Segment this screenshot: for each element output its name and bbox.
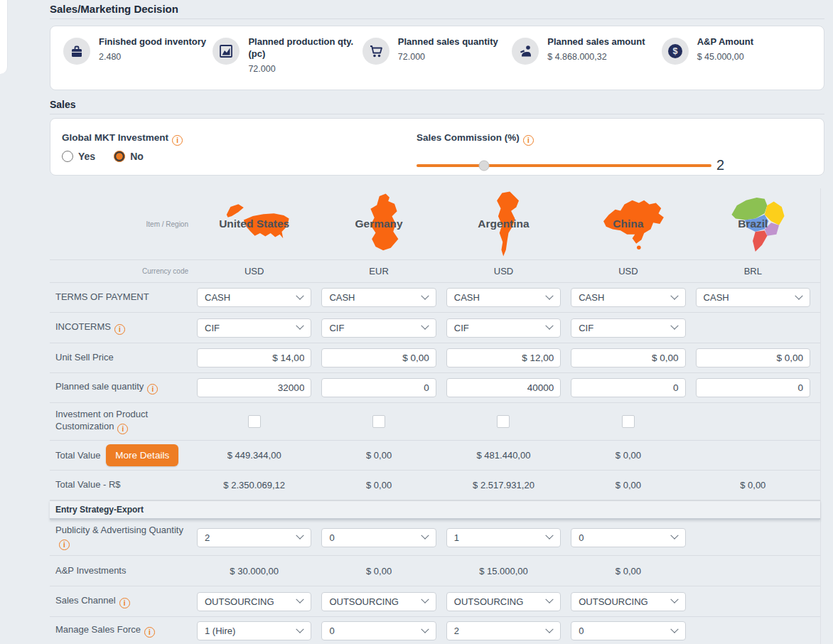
total-value-rs-de: $ 0,00 <box>321 480 436 490</box>
kpi-planned-sales-quantity: Planned sales quantity 72.000 <box>362 36 512 90</box>
more-details-button[interactable]: More Details <box>106 444 178 466</box>
global-mkt-yes-radio[interactable] <box>62 151 73 162</box>
total-value-row: Total Value More Details $ 449.344,00 $ … <box>50 441 820 471</box>
publicity-quantity-row: Publicity & Advertising Quantity 2 0 1 0 <box>50 520 820 556</box>
info-icon[interactable] <box>59 540 70 550</box>
currency-code-row: Currency code USD EUR USD USD BRL <box>50 260 820 283</box>
customization-checkbox-ar[interactable] <box>497 415 510 428</box>
currency-cn: USD <box>571 266 685 277</box>
slider-thumb[interactable] <box>479 160 490 171</box>
row-label-terms-of-payment: TERMS OF PAYMENT <box>55 291 149 302</box>
sales-channel-select-us[interactable]: OUTSOURCING <box>197 592 311 611</box>
ap-investments-us: $ 30.000,00 <box>197 566 311 576</box>
entry-strategy-header: Entry Strategy-Export <box>50 500 820 520</box>
sales-channel-select-cn[interactable]: OUTSOURCING <box>571 592 685 611</box>
publicity-qty-select-de[interactable]: 0 <box>321 528 436 547</box>
sales-channel-select-de[interactable]: OUTSOURCING <box>321 592 436 611</box>
row-label-unit-sell-price: Unit Sell Price <box>55 352 114 363</box>
kpi-summary-card: Finished good inventory 2.480 Planned pr… <box>50 26 824 90</box>
ap-investments-de: $ 0,00 <box>321 566 436 576</box>
customization-checkbox-cn[interactable] <box>622 415 635 428</box>
ap-investments-ar: $ 15.000,00 <box>446 566 561 576</box>
incoterms-select-de[interactable]: CIF <box>321 318 436 338</box>
info-icon[interactable] <box>172 135 183 146</box>
publicity-qty-select-cn[interactable]: 0 <box>571 528 685 547</box>
terms-select-ar[interactable]: CASH <box>446 288 561 307</box>
kpi-label: Planned sales amount <box>547 36 645 48</box>
page-title: Sales/Marketing Decision <box>50 0 824 19</box>
unit-price-input-us[interactable] <box>197 348 311 367</box>
total-value-cn: $ 0,00 <box>571 450 685 461</box>
unit-price-input-br[interactable] <box>696 348 810 367</box>
incoterms-select-us[interactable]: CIF <box>197 318 311 338</box>
sales-decision-card: Global MKT Investment Yes No Sales Commi… <box>50 118 824 176</box>
global-mkt-no-radio[interactable] <box>114 151 125 162</box>
terms-select-cn[interactable]: CASH <box>571 288 685 307</box>
total-value-de: $ 0,00 <box>321 450 436 461</box>
terms-select-us[interactable]: CASH <box>197 288 311 307</box>
sales-channel-select-ar[interactable]: OUTSOURCING <box>446 592 561 611</box>
info-icon[interactable] <box>114 324 125 335</box>
kpi-value: $ 4.868.000,32 <box>547 52 645 62</box>
row-label-publicity-qty: Publicity & Advertising Quantity <box>55 525 183 535</box>
unit-price-input-cn[interactable] <box>571 348 685 367</box>
planned-qty-input-us[interactable] <box>197 378 311 397</box>
terms-select-br[interactable]: CASH <box>696 288 810 307</box>
sales-force-select-cn[interactable]: 0 <box>571 621 685 640</box>
product-customization-row: Investment on Product Customization <box>50 403 820 441</box>
svg-text:$: $ <box>672 46 677 56</box>
row-label-total-value: Total Value <box>55 450 100 461</box>
kpi-value: $ 45.000,00 <box>697 52 753 62</box>
info-icon[interactable] <box>523 135 534 146</box>
info-icon[interactable] <box>147 384 158 395</box>
currency-us: USD <box>197 266 311 277</box>
info-icon[interactable] <box>144 627 155 638</box>
radio-label: Yes <box>78 151 95 162</box>
planned-qty-input-br[interactable] <box>696 378 810 397</box>
region-brazil: Brazil <box>696 188 820 259</box>
global-mkt-no-option[interactable]: No <box>114 151 144 162</box>
planned-qty-input-cn[interactable] <box>571 378 685 397</box>
sales-commission-field: Sales Commission (%) 2 <box>416 131 815 173</box>
sales-force-select-de[interactable]: 0 <box>321 621 436 640</box>
ap-investments-cn: $ 0,00 <box>571 566 685 576</box>
radio-label: No <box>130 151 144 162</box>
info-icon[interactable] <box>119 598 130 608</box>
incoterms-row: INCOTERMS CIF CIF CIF CIF <box>50 313 820 343</box>
row-label-sales-channel: Sales Channel <box>55 595 116 606</box>
planned-sale-quantity-row: Planned sale quantity <box>50 373 820 403</box>
incoterms-select-ar[interactable]: CIF <box>446 318 561 338</box>
customization-checkbox-us[interactable] <box>248 415 261 428</box>
info-icon[interactable] <box>117 424 128 434</box>
sales-force-select-ar[interactable]: 2 <box>446 621 561 640</box>
sales-commission-value: 2 <box>716 157 724 173</box>
brazil-map <box>726 190 789 257</box>
sales-person-icon <box>512 38 539 65</box>
kpi-value: 2.480 <box>99 52 206 62</box>
row-label-incoterms: INCOTERMS <box>55 321 111 332</box>
unit-sell-price-row: Unit Sell Price <box>50 343 820 373</box>
cart-icon <box>362 38 389 65</box>
terms-select-de[interactable]: CASH <box>321 288 436 307</box>
region-decision-table: Item / Region United States Germany Arge… <box>50 188 821 644</box>
manage-sales-force-row: Manage Sales Force 1 (Hire) 0 2 0 <box>50 617 820 644</box>
publicity-qty-select-us[interactable]: 2 <box>197 528 311 547</box>
customization-checkbox-de[interactable] <box>372 415 385 428</box>
planned-qty-input-de[interactable] <box>321 378 436 397</box>
publicity-qty-select-ar[interactable]: 1 <box>446 528 561 547</box>
incoterms-select-cn[interactable]: CIF <box>571 318 685 338</box>
unit-price-input-ar[interactable] <box>446 348 561 367</box>
kpi-label: Planned production qty. (pc) <box>248 36 356 60</box>
region-argentina: Argentina <box>446 188 571 259</box>
kpi-label: Finished good inventory <box>99 36 206 48</box>
global-mkt-yes-option[interactable]: Yes <box>62 151 95 162</box>
total-value-rs-ar: $ 2.517.931,20 <box>446 480 561 490</box>
sales-section-title: Sales <box>50 99 824 114</box>
sales-force-select-us[interactable]: 1 (Hire) <box>197 621 311 640</box>
planned-qty-input-ar[interactable] <box>446 378 561 397</box>
sales-commission-slider[interactable] <box>416 164 711 167</box>
kpi-ap-amount: $ A&P Amount $ 45.000,00 <box>662 36 811 90</box>
kpi-planned-production-qty: Planned production qty. (pc) 72.000 <box>213 36 362 90</box>
row-label-planned-sale-quantity: Planned sale quantity <box>55 381 144 392</box>
unit-price-input-de[interactable] <box>321 348 436 367</box>
